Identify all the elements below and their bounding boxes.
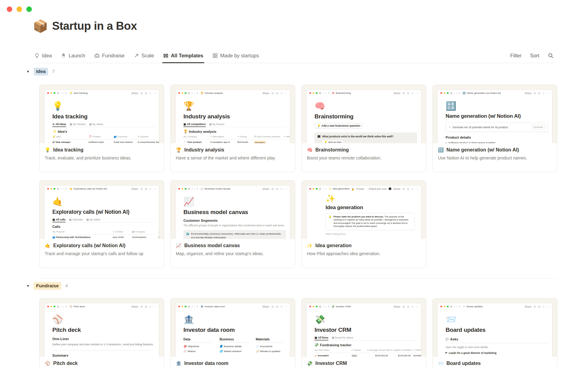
back-icon: ‹ — [192, 187, 193, 190]
template-card-board-updates[interactable]: ☰‹›+ 📨Board updates Share⊙◷☆⋯ 📨 Board up… — [432, 298, 557, 368]
card-footer: 📈Business model canvas Map, organize, an… — [171, 239, 295, 268]
view-icon: ▦ — [332, 336, 334, 339]
company-logo-icon: ▲ — [315, 354, 317, 357]
more-icon: ⋯ — [285, 187, 288, 190]
star-icon: ☆ — [542, 305, 545, 308]
zoom-window-button[interactable] — [26, 6, 32, 12]
star-icon: ☆ — [280, 92, 283, 95]
more-icon: ⋯ — [547, 92, 550, 95]
mini-window: ☰‹› ✨Idea generation 🔒Private Edited jus… — [307, 186, 421, 239]
template-card-investor-data-room[interactable]: ☰‹›+ 🏦Investor data room Share⊙◷☆⋯ 🏦 Inv… — [170, 298, 295, 368]
view-icon: ▦ — [209, 123, 212, 126]
template-card-pitch-deck[interactable]: ☰‹›+ ⚾Pitch deck Share⊙◷☆⋯ ⚾ Pitch deck … — [39, 298, 164, 368]
preview-heading: Customer Segments — [183, 219, 286, 222]
card-preview: ☰‹›+ 🤙Exploratory calls (w/ Notion AI) S… — [40, 181, 164, 239]
template-card-name-generation[interactable]: ☰‹›+ 🔠Name generation (w/ Notion AI) Sha… — [432, 85, 557, 172]
new-tab-icon: + — [197, 187, 198, 190]
section-divider — [39, 278, 557, 278]
template-card-exploratory-calls[interactable]: ☰‹›+ 🤙Exploratory calls (w/ Notion AI) S… — [39, 180, 164, 268]
preview-page-emoji: 🏆 — [183, 102, 286, 110]
lightbulb-icon — [34, 53, 40, 58]
window-controls — [7, 6, 32, 12]
section-badge-fundraise[interactable]: Fundraise — [34, 282, 61, 290]
card-footer: 🧠Brainstorming Boost your teams remote c… — [302, 143, 426, 172]
notion-template-gallery: 📦 Startup in a Box Idea Launch Fundraise… — [0, 0, 588, 368]
card-description: Map, organize, and refine your startup's… — [176, 251, 290, 256]
new-tab-icon: + — [197, 305, 198, 308]
comment-icon: ⊙ — [271, 92, 273, 95]
sort-button[interactable]: Sort — [530, 53, 539, 59]
search-icon[interactable] — [548, 53, 554, 59]
forward-icon: › — [325, 187, 326, 190]
preview-table-row: 📄Your product A navigation app to help y… — [183, 139, 286, 143]
star-icon: ☆ — [149, 305, 152, 308]
preview-view-tabs: ▦All competitors ▦By feature — [183, 123, 286, 127]
mini-zoom-icon — [54, 92, 55, 94]
feature-tag: Navigation — [254, 141, 266, 143]
preview-page-title: Idea generation — [326, 205, 415, 211]
history-icon: ◷ — [538, 92, 540, 95]
template-card-investor-crm[interactable]: ☰‹›+ 💸Investor CRM Share⊙◷☆⋯ 💸 Investor … — [301, 298, 426, 368]
add-idea-button: 💡Add an idea — [322, 140, 344, 143]
template-card-idea-tracking[interactable]: ☰‹›+ 💡Idea tracking Share⊙◷☆⋯ 💡 Idea tra… — [39, 85, 164, 172]
mini-window: ☰‹›+ 💸Investor CRM Share⊙◷☆⋯ 💸 Investor … — [307, 303, 421, 357]
close-window-button[interactable] — [7, 6, 12, 12]
history-icon: ◷ — [276, 187, 278, 190]
card-preview: ☰‹›+ 📈Business model canvas Share⊙◷☆⋯ 📈 … — [171, 181, 295, 239]
view-icon: ▦ — [70, 123, 72, 126]
card-footer: 💡Idea tracking Track, evaluate, and prio… — [40, 143, 164, 172]
template-card-business-model-canvas[interactable]: ☰‹›+ 📈Business model canvas Share⊙◷☆⋯ 📈 … — [170, 180, 295, 268]
new-tab-icon: + — [66, 187, 67, 190]
card-title: Idea tracking — [53, 147, 84, 153]
card-footer: 📨Board updates — [433, 357, 557, 368]
card-preview: ☰‹›+ 🧠Brainstorming Share⊙◷☆⋯ 🧠 Brainsto… — [302, 85, 426, 143]
filter-button[interactable]: Filter — [510, 53, 522, 59]
menu-icon: ☰ — [319, 187, 322, 190]
ai-prompt-row: ✦ Generate me 15 potential names for my … — [446, 122, 548, 132]
collapse-toggle-icon[interactable]: ▼ — [26, 284, 30, 288]
collapse-toggle-icon[interactable]: ▼ — [26, 70, 30, 73]
template-card-industry-analysis[interactable]: ☰‹›+ 🏆Industry analysis Share⊙◷☆⋯ 🏆 Indu… — [170, 85, 295, 172]
template-card-brainstorming[interactable]: ☰‹›+ 🧠Brainstorming Share⊙◷☆⋯ 🧠 Brainsto… — [301, 85, 426, 172]
card-emoji-icon: 💡 — [45, 147, 51, 153]
minimize-window-button[interactable] — [17, 6, 22, 12]
card-title: Brainstorming — [315, 147, 349, 153]
tab-scale[interactable]: Scale — [134, 48, 154, 63]
history-icon: ◷ — [407, 305, 409, 308]
preview-page-emoji: 💡 — [52, 102, 155, 110]
back-icon: ‹ — [61, 305, 62, 308]
placeholder-text: Start writing here... — [326, 232, 415, 236]
card-title: Investor data room — [184, 361, 228, 366]
card-footer: 🏆Industry analysis Have a sense of the m… — [171, 143, 295, 172]
tab-made-by-startups[interactable]: Made by startups — [213, 48, 259, 63]
preview-page-emoji: 🏦 — [183, 315, 286, 324]
tab-all-templates[interactable]: All Templates — [163, 48, 203, 63]
avatar — [389, 187, 391, 190]
comment-icon: ⊙ — [402, 305, 405, 308]
preview-view-tabs: ▦All calls ▦Calendar ▦By status — [52, 218, 155, 223]
preview-view-tabs: ▦All firms ▦Board by status — [315, 336, 417, 341]
card-preview: ☰‹›+ 💡Idea tracking Share⊙◷☆⋯ 💡 Idea tra… — [40, 85, 164, 143]
tab-idea[interactable]: Idea — [34, 48, 52, 63]
history-icon: ◷ — [276, 305, 278, 308]
history-icon: ◷ — [407, 92, 409, 95]
comment-icon: ⊙ — [140, 187, 142, 190]
tab-launch[interactable]: Launch — [61, 48, 85, 63]
comment-icon: ⊙ — [140, 305, 142, 308]
preview-page-title: Investor CRM — [315, 327, 417, 333]
star-icon: ☆ — [411, 305, 414, 308]
globe-icon: 🌍 — [186, 232, 189, 239]
four-squares-icon — [213, 53, 218, 58]
preview-page-emoji: 💸 — [315, 315, 417, 324]
card-preview: ☰‹›+ 🔠Name generation (w/ Notion AI) Sha… — [433, 85, 557, 143]
template-card-idea-generation[interactable]: ☰‹› ✨Idea generation 🔒Private Edited jus… — [301, 180, 426, 268]
history-icon: ◷ — [145, 92, 147, 95]
more-icon: ⋯ — [416, 305, 419, 308]
section-badge-idea[interactable]: Idea — [34, 68, 48, 75]
tab-fundraise[interactable]: Fundraise — [94, 48, 124, 63]
preview-table-row: ☑Task manager Inefficient team collabora… — [52, 139, 155, 143]
star-icon: ☆ — [149, 187, 152, 190]
preview-table-row: 👥Partnership with TechSolutions Jane Smi… — [52, 234, 155, 239]
history-icon: ◷ — [538, 305, 540, 308]
star-icon: ☆ — [542, 92, 545, 95]
